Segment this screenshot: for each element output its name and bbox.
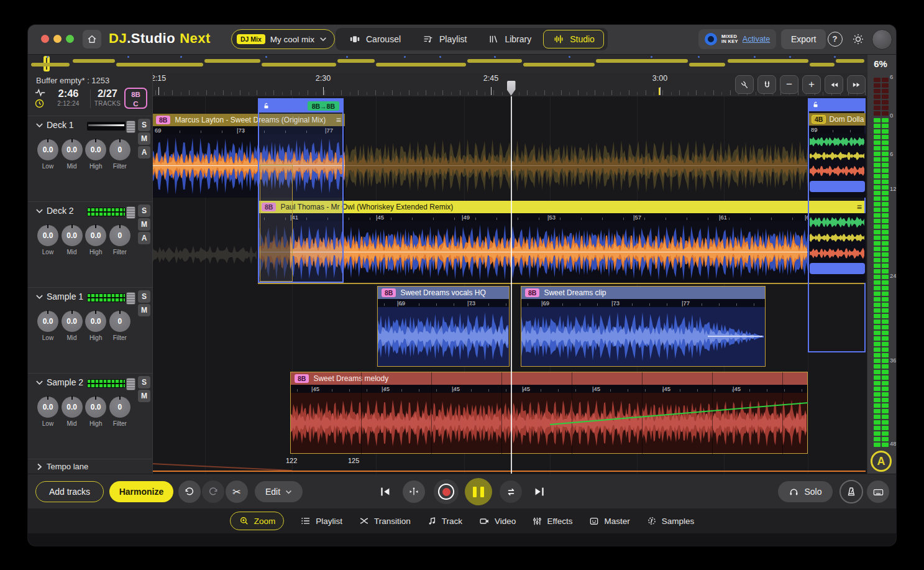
tab-playlist[interactable]: Playlist [413,30,476,48]
automation-button[interactable]: A [138,146,150,159]
rewind-button[interactable] [825,75,843,94]
chevron-down-icon[interactable] [35,294,43,300]
knob-dial[interactable]: 0.0 [37,139,59,161]
knob-filter[interactable]: 0Filter [108,139,132,170]
settings-button[interactable] [849,30,866,47]
solo-button[interactable]: Solo [778,481,833,502]
activate-link[interactable]: Activate [743,35,770,44]
panel-tab-master[interactable]: Master [588,516,629,526]
knob-high[interactable]: 0.0High [84,139,107,170]
knob-dial[interactable]: 0.0 [85,396,107,418]
help-button[interactable]: ? [826,30,843,47]
solo-button[interactable]: S [138,376,150,388]
panel-tab-zoom[interactable]: Zoom [230,512,285,530]
knob-mid[interactable]: 0.0Mid [60,224,84,255]
redo-button[interactable] [202,480,224,503]
fast-forward-button[interactable] [847,75,866,94]
chevron-down-icon[interactable] [35,208,43,214]
add-tracks-button[interactable]: Add tracks [35,481,104,502]
selection-header[interactable]: 8B→8B [259,99,342,113]
transition-selection[interactable]: 8B→8B [258,98,344,283]
solo-button[interactable]: S [138,205,150,217]
pause-button[interactable] [465,478,492,505]
automation-button[interactable]: A [871,451,892,472]
keyboard-shortcuts-button[interactable] [867,480,889,503]
knob-low[interactable]: 0.0Low [36,224,60,255]
timeline-area[interactable]: 8B Marcus Layton - Sweet Dreams (Origina… [152,96,867,474]
maximize-window-button[interactable] [66,35,74,43]
knob-mid[interactable]: 0.0Mid [60,396,84,427]
skip-to-end-button[interactable] [528,480,551,503]
knob-low[interactable]: 0.0Low [36,396,60,427]
record-button[interactable] [434,479,459,504]
current-key-badge[interactable]: 8BC [124,88,147,109]
panel-tab-effects[interactable]: Effects [532,516,572,526]
clip-sample1-vocals-hq[interactable]: 8B Sweet Dreams vocals HQ |69|73 [377,286,510,367]
jump-to-playhead-button[interactable] [403,480,425,503]
channel-level-meter[interactable] [87,379,126,388]
clip-sample1-sweet-dreams-clip[interactable]: 8B Sweet Dreams clip |69|73|77 [521,286,766,367]
unlock-icon[interactable] [812,101,820,109]
undo-button[interactable] [178,480,201,503]
panel-tab-track[interactable]: Track [427,516,462,526]
skip-to-start-button[interactable] [374,480,396,503]
crossfade-region[interactable] [260,165,293,282]
knob-dial[interactable]: 0.0 [85,224,107,247]
knob-dial[interactable]: 0 [109,310,131,333]
knob-filter[interactable]: 0Filter [108,310,132,341]
chevron-down-icon[interactable] [35,380,43,385]
panel-tab-samples[interactable]: Samples [646,515,695,526]
zoom-in-button[interactable]: + [802,75,821,94]
panel-tab-playlist[interactable]: Playlist [300,515,342,526]
knob-dial[interactable]: 0.0 [61,139,83,161]
knob-dial[interactable]: 0.0 [61,224,83,247]
harmonize-button[interactable]: Harmonize [109,481,173,502]
knob-dial[interactable]: 0.0 [61,396,83,418]
knob-high[interactable]: 0.0High [84,310,107,341]
snap-magnet-button[interactable] [757,75,776,94]
fader-handle[interactable] [126,206,135,219]
tempo-lane-header[interactable]: Tempo lane [28,459,152,474]
knob-filter[interactable]: 0Filter [108,396,132,427]
playhead-line[interactable] [511,96,512,474]
mute-button[interactable]: M [138,304,150,316]
split-scissors-button[interactable]: ✂ [226,480,248,503]
solo-button[interactable]: S [138,119,150,131]
loop-button[interactable] [500,480,522,503]
knob-mid[interactable]: 0.0Mid [60,139,84,170]
selection-header[interactable] [808,98,866,111]
fader-handle[interactable] [126,378,135,390]
panel-tab-transition[interactable]: Transition [359,515,411,526]
tab-library[interactable]: Library [478,30,541,48]
knob-dial[interactable]: 0.0 [37,224,59,247]
clip-sample2-melody[interactable]: 8B Sweet Dreams melody |45|45|45|45|45|4… [290,372,808,454]
tuner-button[interactable] [735,75,754,94]
fader-handle[interactable] [126,292,135,305]
mixed-in-key-widget[interactable]: MIXEDIN KEY Activate [698,29,776,49]
knob-dial[interactable]: 0.0 [37,396,59,418]
mix-overview-strip[interactable] [28,55,867,73]
close-window-button[interactable] [41,35,49,43]
chevron-down-icon[interactable] [35,122,43,128]
knob-dial[interactable]: 0.0 [61,310,83,333]
automation-button[interactable]: A [138,232,150,244]
mute-button[interactable]: M [138,390,150,402]
mute-button[interactable]: M [138,132,150,145]
knob-dial[interactable]: 0.0 [85,310,107,333]
knob-high[interactable]: 0.0High [84,396,107,427]
tab-studio[interactable]: Studio [543,30,604,48]
knob-mid[interactable]: 0.0Mid [60,310,84,341]
solo-button[interactable]: S [138,290,150,303]
tab-carousel[interactable]: Carousel [339,30,410,48]
zoom-out-button[interactable]: − [780,75,798,94]
edit-menu-button[interactable]: Edit [255,481,303,502]
knob-dial[interactable]: 0.0 [37,310,59,333]
knob-filter[interactable]: 0Filter [108,224,132,255]
panel-tab-video[interactable]: Video [478,516,516,526]
channel-level-meter[interactable] [87,293,126,302]
export-button[interactable]: Export [781,29,826,49]
knob-dial[interactable]: 0 [109,139,131,161]
knob-dial[interactable]: 0.0 [85,139,107,161]
channel-volume-fader[interactable] [87,122,126,131]
knob-dial[interactable]: 0 [109,224,131,247]
